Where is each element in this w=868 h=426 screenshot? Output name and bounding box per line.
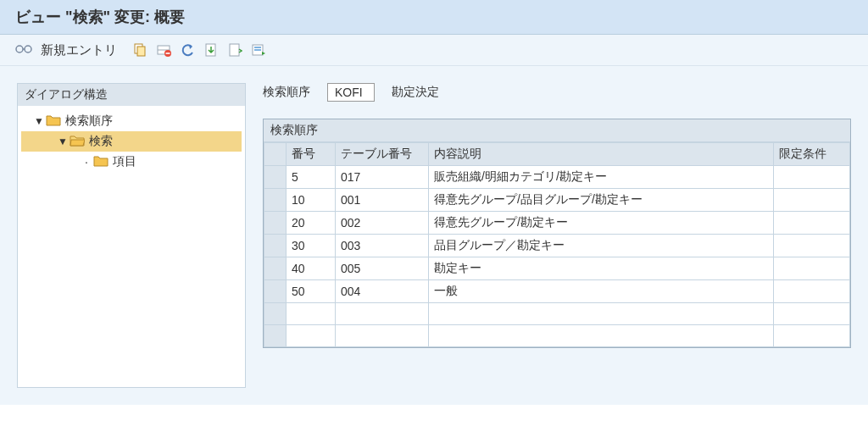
col-header-condition[interactable]: 限定条件 [774,143,850,166]
config-icon[interactable] [249,41,268,58]
svg-rect-7 [166,53,170,54]
cell-table-no[interactable] [336,325,429,347]
expand-arrow-icon[interactable]: ▼ [33,115,45,127]
cell-condition[interactable] [774,189,850,212]
tree-node-search[interactable]: ▼ 検索 [21,131,242,152]
toolbar: 新規エントリ [0,35,868,66]
cell-description[interactable]: 得意先グループ/勘定キー [429,212,774,235]
cell-condition[interactable] [774,212,850,235]
select-all-icon[interactable] [202,41,220,58]
page-title: ビュー "検索" 変更: 概要 [15,7,853,27]
toggle-display-icon[interactable] [15,42,32,58]
grid-title: 検索順序 [264,119,850,142]
svg-point-0 [16,46,23,53]
window-header: ビュー "検索" 変更: 概要 [0,0,868,35]
tree-body: ▼ 検索順序 ▼ 検索 · 項目 [18,106,245,206]
svg-rect-9 [230,44,239,56]
cell-table-no[interactable]: 004 [336,280,429,303]
folder-icon [45,114,62,129]
cell-table-no[interactable]: 005 [336,257,429,280]
col-header-description[interactable]: 内容説明 [429,143,774,166]
tree-label: 検索 [86,134,113,149]
row-selector[interactable] [264,325,287,347]
table-row[interactable]: 5 017 販売組織/明細カテゴリ/勘定キー [264,166,850,189]
row-selector[interactable] [264,303,287,325]
table-row[interactable]: 20 002 得意先グループ/勘定キー [264,212,850,235]
new-entry-button[interactable]: 新規エントリ [41,42,117,58]
cell-description[interactable]: 販売組織/明細カテゴリ/勘定キー [429,166,774,189]
row-selector[interactable] [264,235,287,257]
expand-arrow-icon[interactable]: ▼ [57,136,69,147]
cell-condition[interactable] [774,235,850,257]
cell-number[interactable]: 20 [287,212,336,235]
field-label: 検索順序 [263,85,310,100]
svg-point-1 [25,46,31,53]
cell-condition[interactable] [774,257,850,280]
table-row[interactable]: 30 003 品目グループ／勘定キー [264,235,850,257]
undo-icon[interactable] [178,41,197,58]
table-row-empty[interactable] [264,303,850,325]
tree-label: 項目 [109,154,136,169]
grid-header-row: 番号 テーブル番号 内容説明 限定条件 [264,143,850,166]
table-row[interactable]: 10 001 得意先グループ/品目グループ/勘定キー [264,189,850,212]
row-selector[interactable] [264,166,287,189]
table-row[interactable]: 50 004 一般 [264,280,850,303]
search-sequence-field-row: 検索順序 KOFI 勘定決定 [263,83,851,102]
tree-header: ダイアログ構造 [18,84,245,106]
content-area: ダイアログ構造 ▼ 検索順序 ▼ 検索 · [0,66,868,405]
cell-number[interactable]: 40 [287,257,336,280]
col-header-table-no[interactable]: テーブル番号 [336,143,429,166]
select-all-header[interactable] [264,143,287,166]
cell-table-no[interactable] [336,303,429,325]
tree-label: 検索順序 [62,113,113,129]
cell-number[interactable]: 50 [287,280,336,303]
cell-description[interactable]: 得意先グループ/品目グループ/勘定キー [429,189,774,212]
row-selector[interactable] [264,280,287,303]
cell-number[interactable] [287,303,336,325]
detail-panel: 検索順序 KOFI 勘定決定 検索順序 番号 テーブル番号 内容説明 限定条件 [263,83,851,388]
svg-rect-3 [137,47,145,56]
svg-rect-12 [254,49,261,51]
cell-number[interactable]: 30 [287,235,336,257]
cell-description[interactable] [429,325,774,347]
row-selector[interactable] [264,257,287,280]
deselect-all-icon[interactable] [225,41,244,58]
cell-number[interactable]: 5 [287,166,336,189]
table-row-empty[interactable] [264,325,850,347]
tree-node-search-sequence[interactable]: ▼ 検索順序 [21,111,242,131]
table-row[interactable]: 40 005 勘定キー [264,257,850,280]
cell-description[interactable]: 品目グループ／勘定キー [429,235,774,257]
grid-table: 番号 テーブル番号 内容説明 限定条件 5 017 販売組織/明細カテゴリ/勘定… [264,142,850,347]
row-selector[interactable] [264,212,287,235]
folder-open-icon [69,135,86,149]
svg-rect-11 [254,47,261,48]
cell-condition[interactable] [774,303,850,325]
cell-description[interactable]: 勘定キー [429,257,774,280]
search-sequence-value[interactable]: KOFI [327,83,375,102]
cell-description[interactable] [429,303,774,325]
leaf-bullet-icon: · [81,155,92,169]
search-sequence-grid: 検索順序 番号 テーブル番号 内容説明 限定条件 5 017 [263,119,851,348]
cell-number[interactable] [287,325,336,347]
cell-table-no[interactable]: 002 [336,212,429,235]
cell-table-no[interactable]: 017 [336,166,429,189]
cell-number[interactable]: 10 [287,189,336,212]
folder-icon [92,155,109,169]
tree-node-item[interactable]: · 項目 [21,152,242,172]
dialog-structure-panel: ダイアログ構造 ▼ 検索順序 ▼ 検索 · [17,83,246,388]
cell-condition[interactable] [774,325,850,347]
copy-icon[interactable] [131,41,149,58]
delete-icon[interactable] [154,41,173,58]
cell-table-no[interactable]: 003 [336,235,429,257]
field-description: 勘定決定 [392,85,439,100]
cell-condition[interactable] [774,280,850,303]
cell-description[interactable]: 一般 [429,280,774,303]
col-header-number[interactable]: 番号 [287,143,336,166]
cell-table-no[interactable]: 001 [336,189,429,212]
cell-condition[interactable] [774,166,850,189]
row-selector[interactable] [264,189,287,212]
